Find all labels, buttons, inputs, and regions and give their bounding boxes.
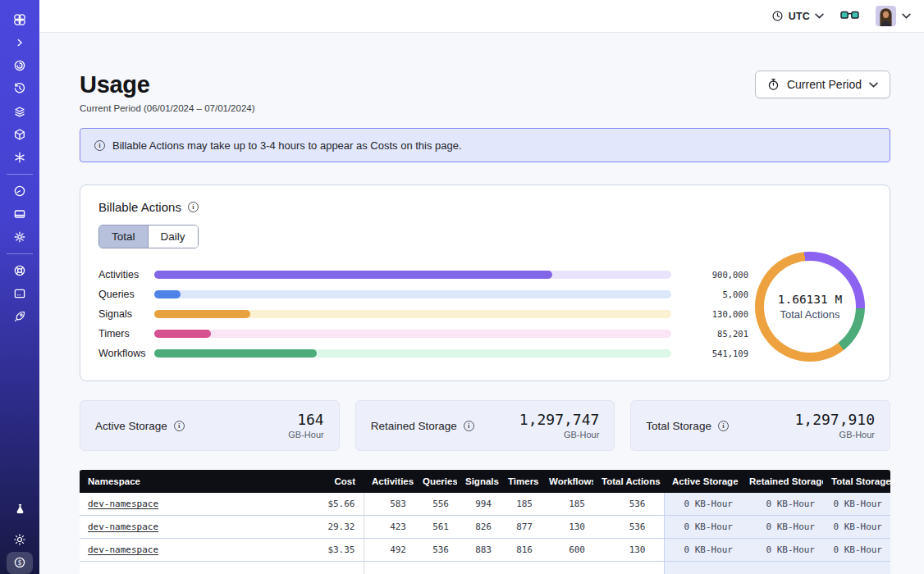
rocket-icon (13, 310, 26, 323)
bar-track (154, 290, 671, 298)
col-activities: Activities (364, 470, 414, 493)
sidebar-item-usage[interactable]: $ (0, 551, 39, 574)
storage-card-unit: GB-Hour (519, 430, 600, 440)
sidebar-item-theme[interactable] (0, 528, 39, 551)
stopwatch-icon (767, 78, 780, 91)
bar-value: 130,000 (689, 309, 748, 319)
namespace-link[interactable]: dev-namespace (88, 522, 158, 532)
retained-storage-card: Retained Storage 1,297,747 GB-Hour (355, 400, 615, 451)
sidebar-item-layers[interactable] (0, 100, 39, 123)
bar-fill (154, 310, 250, 318)
sidebar-item-history[interactable] (0, 77, 39, 100)
bar-track (154, 271, 671, 279)
chevron-down-icon (815, 13, 824, 19)
col-total-storage: Total Storage (823, 470, 890, 493)
col-cost: Cost (300, 470, 364, 493)
sidebar-item-release-notes[interactable] (0, 282, 39, 305)
cell-total-storage: 0 KB-Hour (823, 493, 890, 516)
donut-chart-wrap: 1.66131 M Total Actions (748, 252, 871, 362)
asterisk-icon (13, 151, 26, 164)
topbar: UTC (39, 0, 924, 33)
sidebar-item-deployments[interactable] (0, 123, 39, 146)
sidebar-item-usage-dashboard[interactable] (0, 180, 39, 203)
table-row: dev-namespace 29.32 423 561 826 877 130 … (80, 516, 890, 539)
cell-signals: 994 (457, 493, 500, 516)
storage-card-unit: GB-Hour (794, 430, 875, 440)
bar-fill (154, 271, 552, 279)
cell-queries: 556 (414, 493, 457, 516)
cell-activities: 423 (364, 516, 414, 539)
bar-label: Signals (98, 308, 154, 320)
info-icon[interactable] (718, 421, 729, 431)
cell-timers: 185 (500, 493, 541, 516)
bar-row-timers: Timers 85,201 (98, 324, 748, 344)
flask-icon (14, 503, 26, 515)
col-active-storage: Active Storage (664, 470, 741, 493)
timezone-selector[interactable]: UTC (771, 10, 824, 22)
cell-cost: $3.35 (300, 539, 364, 562)
gauge-icon (13, 184, 26, 198)
billable-actions-card: Billable Actions Total Daily Activities … (80, 184, 890, 381)
sidebar-item-billing[interactable] (0, 203, 39, 226)
cell-active-storage: 0 KB-Hour (664, 493, 741, 516)
bar-value: 85,201 (689, 329, 748, 339)
col-timers: Timers (500, 470, 541, 493)
info-icon[interactable] (464, 421, 474, 431)
cell-total-actions: 536 (593, 516, 664, 539)
info-icon[interactable] (188, 202, 199, 212)
sidebar-item-nexus[interactable] (0, 146, 39, 169)
bar-label: Workflows (98, 348, 154, 359)
cell-timers: 816 (500, 539, 541, 562)
table-row-partial (80, 562, 890, 574)
sidebar-item-namespaces[interactable] (0, 54, 39, 77)
clock-icon (771, 10, 784, 22)
storage-cards: Active Storage 164 GB-Hour Retained Stor… (80, 400, 890, 451)
cell-total-actions: 536 (593, 493, 664, 516)
cell-total-storage: 0 KB-Hour (823, 516, 890, 539)
cell-workflows: 185 (541, 493, 593, 516)
history-clock-icon (13, 82, 26, 95)
main-content: Usage Current Period (06/01/2024 – 07/01… (39, 33, 924, 574)
active-pill: $ (7, 552, 33, 574)
storage-card-value: 164 (288, 412, 323, 428)
cell-cost: $5.66 (300, 493, 364, 516)
period-dropdown-button[interactable]: Current Period (755, 71, 890, 98)
storage-card-label: Retained Storage (371, 420, 457, 432)
sidebar-item-support[interactable] (0, 259, 39, 282)
namespace-link[interactable]: dev-namespace (88, 544, 158, 555)
cell-activities: 492 (364, 539, 414, 562)
namespace-link[interactable]: dev-namespace (88, 499, 158, 509)
bar-row-activities: Activities 900,000 (98, 265, 748, 285)
table-header-row: Namespace Cost Activities Queries Signal… (80, 470, 890, 493)
layers-icon (13, 105, 26, 118)
info-icon (94, 140, 105, 151)
feedback-button[interactable] (840, 9, 859, 24)
tab-total[interactable]: Total (99, 226, 148, 248)
bar-row-signals: Signals 130,000 (98, 304, 748, 324)
bar-label: Activities (98, 269, 154, 280)
cell-cost: 29.32 (300, 516, 364, 539)
sidebar-item-labs[interactable] (0, 497, 39, 520)
terminal-icon (13, 287, 26, 300)
avatar (876, 6, 896, 26)
sidebar-item-getting-started[interactable] (0, 305, 39, 328)
dollar-circle-icon: $ (13, 556, 26, 569)
info-icon[interactable] (174, 421, 185, 431)
cell-workflows: 130 (541, 516, 593, 539)
tab-daily[interactable]: Daily (148, 226, 198, 248)
col-queries: Queries (414, 470, 457, 493)
bar-fill (154, 349, 317, 358)
sidebar-item-settings[interactable] (0, 226, 39, 248)
cell-activities: 583 (364, 493, 414, 516)
sidebar-item-logo[interactable] (0, 8, 39, 31)
bar-track (154, 349, 671, 358)
timezone-label: UTC (789, 11, 810, 22)
sidebar-item-expand[interactable] (0, 31, 39, 54)
cell-total-storage: 0 KB-Hour (823, 539, 890, 562)
bar-fill (154, 290, 181, 298)
life-ring-icon (13, 264, 26, 277)
col-namespace: Namespace (80, 470, 300, 493)
billable-actions-title: Billable Actions (98, 200, 181, 214)
bar-value: 900,000 (689, 270, 748, 280)
account-menu[interactable] (876, 6, 911, 26)
